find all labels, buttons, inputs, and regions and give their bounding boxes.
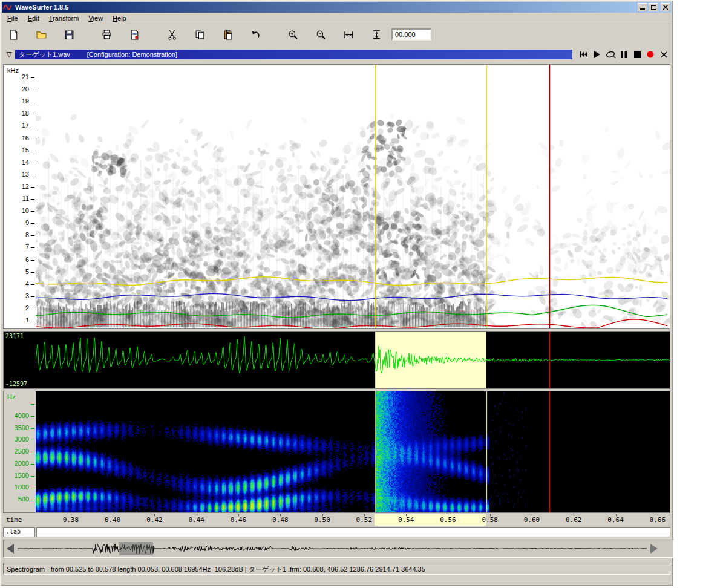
khz-tick-mark	[31, 296, 34, 297]
print-button[interactable]	[97, 26, 116, 43]
zoom-selection-button[interactable]	[339, 26, 358, 43]
save-button[interactable]	[60, 26, 78, 43]
zoom-in-button[interactable]	[284, 26, 302, 43]
close-button[interactable]	[661, 3, 670, 11]
time-tick-label: 0.48	[268, 516, 292, 524]
khz-tick-mark	[31, 199, 34, 200]
minimize-icon	[640, 8, 645, 10]
khz-tick-mark	[31, 260, 34, 261]
stop-button[interactable]	[630, 50, 644, 59]
pane-titlebar: ターゲット1.wav [Configuration: Demonstration…	[15, 50, 572, 59]
status-bar: Spectrogram - from 00.525 to 00.578 leng…	[3, 563, 670, 575]
menu-file[interactable]: File	[2, 13, 23, 23]
hz-tick-label: 4000	[15, 412, 29, 419]
status-text: Spectrogram - from 00.525 to 00.578 leng…	[7, 566, 425, 573]
cut-scissors-icon	[167, 30, 177, 40]
play-button[interactable]	[591, 50, 604, 59]
new-button[interactable]	[4, 26, 22, 43]
properties-button[interactable]	[125, 26, 143, 43]
waveform-min-label: -12597	[5, 381, 27, 387]
close-pane-button[interactable]	[657, 50, 670, 59]
khz-tick-label: 20	[22, 85, 29, 93]
play-icon	[594, 51, 601, 58]
pane-header: ▽ ターゲット1.wav [Configuration: Demonstrati…	[3, 49, 670, 60]
spectrogram-bottom-panel: Hz 4000350030002500200015001000500	[3, 391, 670, 513]
khz-tick-label: 14	[22, 158, 29, 166]
open-button[interactable]	[32, 26, 50, 43]
khz-tick-label: 2	[25, 304, 29, 312]
time-tick-label: 0.56	[436, 516, 460, 524]
overview-canvas[interactable]	[18, 542, 647, 555]
spectrogram-top-canvas[interactable]	[36, 65, 670, 328]
spectrogram-top-panel: kHz 212019181716151413121110987654321	[3, 64, 670, 329]
khz-tick-label: 3	[25, 292, 29, 299]
record-button[interactable]	[644, 50, 657, 59]
hz-tick-label: 3000	[15, 436, 29, 443]
lab-label: .lab	[3, 527, 35, 537]
hz-tick-mark	[31, 476, 34, 477]
menu-view[interactable]: View	[83, 13, 108, 23]
spectrogram-bottom-canvas[interactable]	[36, 391, 670, 512]
khz-tick-mark	[31, 114, 34, 114]
waveform-max-label: 23171	[5, 333, 24, 339]
time-tick-label: 0.44	[185, 516, 209, 524]
undo-arrow-icon	[250, 30, 261, 40]
khz-tick-mark	[31, 139, 34, 139]
khz-tick-mark	[31, 223, 34, 224]
khz-tick-label: 8	[25, 231, 29, 238]
menu-help[interactable]: Help	[108, 13, 131, 23]
titlebar: WaveSurfer 1.8.5	[2, 2, 672, 13]
window-title: WaveSurfer 1.8.5	[15, 4, 636, 11]
cut-button[interactable]	[163, 26, 181, 43]
maximize-button[interactable]	[649, 3, 658, 11]
khz-tick-mark	[31, 90, 34, 90]
khz-tick-mark	[31, 151, 34, 151]
zoom-out-button[interactable]	[312, 26, 330, 43]
khz-tick-mark	[31, 187, 34, 188]
khz-tick-mark	[31, 284, 34, 285]
scroll-right-arrow-icon[interactable]	[650, 544, 658, 554]
copy-button[interactable]	[191, 26, 209, 43]
menu-transform[interactable]: Transform	[44, 13, 84, 23]
toolbar	[2, 24, 672, 45]
loop-icon	[606, 51, 616, 59]
pause-button[interactable]	[617, 50, 630, 59]
time-tick-label: 0.40	[100, 516, 125, 524]
time-axis: time 0.380.400.420.440.460.480.500.520.5…	[3, 514, 670, 526]
khz-tick-mark	[31, 163, 34, 163]
khz-tick-label: 9	[25, 219, 29, 226]
time-tick-label: 0.46	[226, 516, 250, 524]
new-document-icon	[8, 30, 19, 40]
time-selection-highlight	[375, 514, 486, 526]
waveform-axis: 23171 -12597	[4, 332, 36, 388]
khz-tick-mark	[31, 211, 34, 212]
time-tick-label: 0.50	[310, 516, 335, 524]
minimize-button[interactable]	[638, 3, 647, 11]
hz-tick-mark	[31, 428, 34, 429]
paste-clipboard-icon	[223, 30, 233, 40]
time-tick-label: 0.64	[604, 516, 628, 524]
zoom-in-icon	[288, 30, 298, 40]
skip-to-start-button[interactable]	[577, 50, 591, 59]
waveform-canvas[interactable]	[36, 332, 670, 388]
paste-button[interactable]	[218, 26, 237, 43]
undo-button[interactable]	[246, 26, 264, 43]
zoom-all-button[interactable]	[367, 26, 385, 43]
cursor-time-input[interactable]	[391, 28, 431, 41]
properties-icon	[129, 30, 140, 40]
copy-icon	[195, 30, 205, 40]
pane-collapse-icon[interactable]: ▽	[3, 50, 15, 59]
pause-icon	[621, 51, 627, 58]
menu-edit[interactable]: Edit	[23, 13, 44, 23]
zoom-all-icon	[371, 30, 382, 40]
khz-tick-label: 17	[22, 122, 29, 129]
scroll-left-arrow-icon[interactable]	[7, 544, 14, 554]
zoom-out-icon	[316, 30, 326, 40]
khz-tick-mark	[31, 272, 34, 273]
loop-button[interactable]	[604, 50, 617, 59]
maximize-icon	[651, 5, 656, 10]
khz-tick-label: 7	[25, 243, 29, 250]
lab-transcription-field[interactable]	[36, 527, 670, 537]
menubar: FileEditTransformViewHelp	[2, 13, 672, 24]
khz-tick-mark	[31, 77, 34, 78]
